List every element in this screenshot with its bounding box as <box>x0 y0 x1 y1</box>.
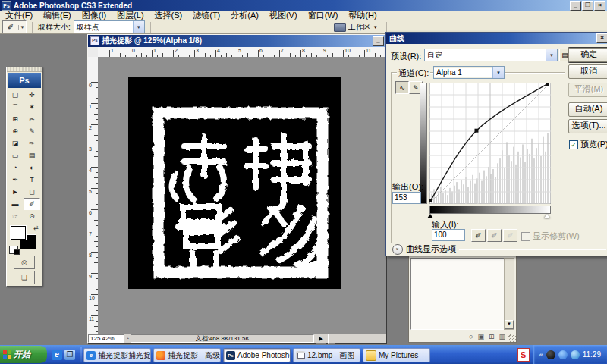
preset-dropdown[interactable]: 自定 ▼ <box>424 49 558 61</box>
preview-checkbox-row[interactable]: ✓ 预览(P) <box>569 139 607 150</box>
eyedropper-tool[interactable]: ✐ <box>24 198 40 210</box>
close-button[interactable]: × <box>594 1 605 11</box>
move-tool[interactable]: ✛ <box>24 89 40 101</box>
magic-wand-tool[interactable]: ✶ <box>24 101 40 113</box>
taskbar-task-paint[interactable]: 12.bmp - 画图 <box>293 348 360 362</box>
healing-brush-tool[interactable]: ⊕ <box>7 125 24 137</box>
quick-mask-button[interactable]: ◎ <box>14 256 35 269</box>
type-tool[interactable]: T <box>24 174 40 186</box>
notes-tool[interactable]: ▬ <box>7 198 24 210</box>
swap-colors-icon[interactable]: ⇄ <box>33 224 39 231</box>
messenger-tray-icon[interactable] <box>558 350 568 359</box>
delete-layer-icon[interactable]: ▥ <box>498 333 505 340</box>
menu-item-5[interactable]: 选择(S) <box>149 11 188 20</box>
pen-tool[interactable]: ✒ <box>7 174 24 186</box>
black-point-slider[interactable] <box>427 214 433 218</box>
taskbar-task-folder[interactable]: My Pictures <box>363 348 430 362</box>
start-button[interactable]: 开始 <box>0 346 47 363</box>
zoom-level-field[interactable]: 125.42% <box>88 334 124 343</box>
dialog-close-icon[interactable]: × <box>596 33 607 43</box>
toolbox-grip[interactable] <box>7 67 42 72</box>
preview-checkbox[interactable]: ✓ <box>569 140 578 149</box>
menu-item-9[interactable]: 窗口(W) <box>303 11 344 20</box>
white-point-slider[interactable] <box>544 214 550 218</box>
slice-tool[interactable]: ✂ <box>24 113 40 125</box>
tray-chevron-icon[interactable]: « <box>539 351 543 359</box>
curve-point-tool-icon[interactable]: ∿ <box>395 81 409 94</box>
ruler-label: 3 <box>89 146 92 152</box>
status-menu-arrow[interactable]: ▶ <box>316 334 326 344</box>
blur-tool[interactable]: ◔ <box>7 162 24 174</box>
curve-display-options-expander[interactable]: » 曲线显示选项 <box>392 243 606 255</box>
tool-preset-arrow-icon[interactable]: ▼ <box>18 25 26 30</box>
input-field[interactable]: 100 <box>432 229 465 241</box>
qq-tray-icon[interactable] <box>546 350 555 359</box>
menu-item-6[interactable]: 滤镜(T) <box>187 11 225 20</box>
menu-item-4[interactable]: 图层(L) <box>112 11 149 20</box>
layer-mask-icon[interactable]: ▣ <box>477 333 484 340</box>
restore-button[interactable]: ❐ <box>582 1 593 11</box>
status-extra-button[interactable] <box>328 334 335 344</box>
clone-stamp-tool[interactable]: ◪ <box>7 137 24 149</box>
eraser-tool[interactable]: ▭ <box>7 149 24 162</box>
palette-scrollbar[interactable]: ▼ <box>504 258 514 330</box>
gradient-tool[interactable]: ▤ <box>24 149 40 162</box>
auto-button[interactable]: 自动(A) <box>568 102 607 117</box>
minimize-button[interactable]: _ <box>570 1 581 11</box>
menu-item-3[interactable]: 图像(I) <box>77 11 112 20</box>
foreground-color-swatch[interactable] <box>11 226 26 240</box>
expander-chevron-icon[interactable]: » <box>392 244 403 255</box>
link-layers-icon[interactable]: ○ <box>469 333 473 340</box>
canvas-viewport[interactable] <box>98 57 386 336</box>
ruler-label: 5 <box>89 189 92 194</box>
curves-dialog-titlebar[interactable]: 曲线 × <box>386 33 607 44</box>
white-eyedropper-icon[interactable]: ✐ <box>503 229 517 242</box>
black-eyedropper-icon[interactable]: ✐ <box>471 229 486 242</box>
rectangular-marquee-tool[interactable]: ▢ <box>7 89 24 101</box>
lasso-tool[interactable]: ⌒ <box>7 101 24 113</box>
menu-item-1[interactable]: 文件(F) <box>0 11 38 20</box>
canvas-image[interactable] <box>128 77 341 289</box>
sample-size-dropdown[interactable]: 取样点 ▼ <box>74 20 145 33</box>
history-brush-tool[interactable]: ✑ <box>24 137 40 149</box>
shape-tool[interactable]: ◻ <box>24 186 40 198</box>
network-tray-icon[interactable] <box>571 350 580 359</box>
zoom-tool[interactable]: ⊙ <box>24 210 40 222</box>
new-layer-icon[interactable]: ⊞ <box>489 333 495 340</box>
dodge-tool[interactable]: ◐ <box>24 162 40 174</box>
menu-item-2[interactable]: 编辑(E) <box>38 11 77 20</box>
menu-item-8[interactable]: 视图(V) <box>264 11 303 20</box>
cancel-button[interactable]: 取消 <box>568 64 607 79</box>
document-titlebar[interactable]: Ps 捕光捉影 @ 125%(Alpha 1/8) _ <box>88 35 386 47</box>
taskbar-task-ie[interactable]: e捕光捉影捕光捉影 客... <box>83 348 151 362</box>
doc-minimize-button[interactable]: _ <box>373 36 384 46</box>
taskbar-task-qq[interactable]: 捕光捉影 - 高级群 <box>153 348 221 362</box>
divider <box>32 22 33 33</box>
menu-item-7[interactable]: 分析(A) <box>225 11 264 20</box>
ok-button[interactable]: 确定 <box>568 48 607 62</box>
brush-tool[interactable]: ✎ <box>24 125 40 137</box>
taskbar-task-ps[interactable]: PsAdobe Photoshop CS3... <box>223 348 291 362</box>
palette-list[interactable] <box>410 258 505 330</box>
channel-dropdown[interactable]: Alpha 1 ▼ <box>433 66 505 79</box>
toolbox-ps-logo: Ps <box>8 73 41 88</box>
bridge-icon[interactable] <box>334 23 346 32</box>
default-colors-icon[interactable] <box>9 246 18 254</box>
output-field[interactable]: 153 <box>392 192 421 204</box>
task-button-area: e捕光捉影捕光捉影 客...捕光捉影 - 高级群PsAdobe Photosho… <box>83 345 514 364</box>
resize-grip[interactable] <box>508 334 516 342</box>
gray-eyedropper-icon[interactable]: ✐ <box>487 229 502 242</box>
path-selection-tool[interactable]: ► <box>7 186 24 198</box>
show-desktop-icon[interactable]: ❐ <box>64 350 75 360</box>
menu-item-10[interactable]: 帮助(H) <box>343 11 382 20</box>
screen-mode-button[interactable]: ❏ <box>14 271 35 284</box>
curves-graph[interactable] <box>429 83 551 204</box>
workspace-button[interactable]: 工作区 ▼ <box>331 21 381 33</box>
internet-explorer-icon[interactable]: e <box>52 350 62 360</box>
scroll-down-icon[interactable]: ▼ <box>505 320 514 329</box>
options-button[interactable]: 选项(T)... <box>568 119 607 133</box>
input-method-icon[interactable]: S <box>517 348 530 362</box>
current-tool-well[interactable]: ✐ ▼ <box>2 20 27 33</box>
crop-tool[interactable]: ⊞ <box>7 113 24 125</box>
hand-tool[interactable]: ☞ <box>7 210 24 222</box>
